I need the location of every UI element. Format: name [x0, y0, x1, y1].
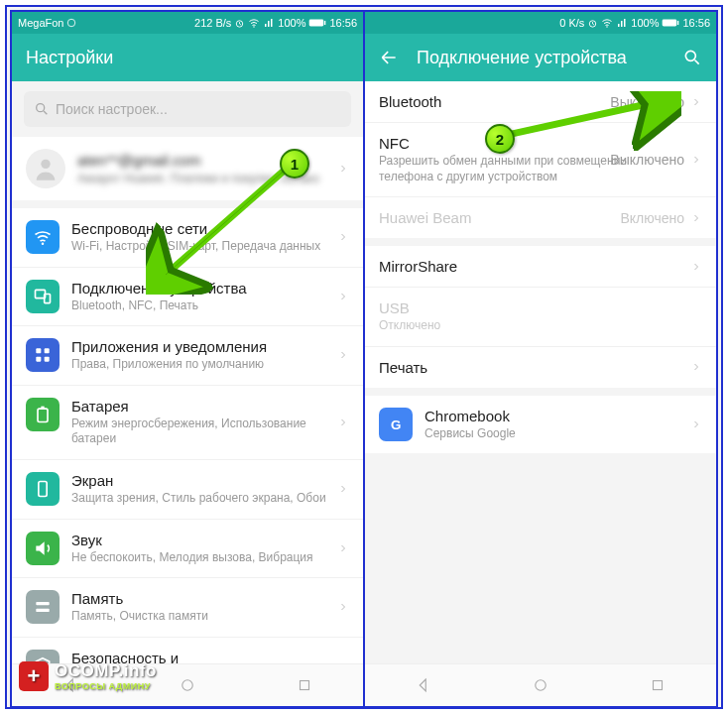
nav-recent-icon[interactable]	[649, 676, 667, 694]
settings-row-device-connect[interactable]: Подключение устройстваBluetooth, NFC, Пе…	[12, 267, 363, 326]
chevron-right-icon	[690, 261, 702, 273]
svg-point-25	[685, 51, 695, 60]
svg-rect-20	[301, 681, 309, 690]
chevron-right-icon	[337, 601, 349, 613]
app-bar: Подключение устройства	[365, 34, 716, 81]
alarm-icon	[587, 18, 598, 29]
sound-icon	[26, 532, 60, 565]
settings-row-sound[interactable]: ЗвукНе беспокоить, Мелодия вызова, Вибра…	[12, 519, 363, 578]
nav-home-icon[interactable]	[532, 676, 549, 694]
chevron-right-icon	[337, 163, 349, 175]
annotation-step-2: 2	[485, 124, 515, 154]
chevron-right-icon	[337, 291, 349, 302]
row-usb: USBОтключено	[365, 287, 716, 346]
wifi-icon	[248, 17, 260, 29]
wifi-tile-icon	[26, 220, 60, 254]
svg-text:G: G	[391, 417, 401, 432]
alarm-icon	[234, 18, 245, 29]
battery-pct: 100%	[631, 17, 659, 29]
svg-rect-4	[324, 21, 325, 25]
watermark: + OCOMP.info ВОПРОСЫ АДМИНУ	[19, 661, 157, 691]
battery-icon	[662, 18, 679, 28]
signal-icon	[616, 17, 628, 29]
battery-icon	[308, 18, 326, 28]
clock: 16:56	[329, 17, 357, 29]
settings-row-wireless[interactable]: Беспроводные сетиWi-Fi, Настройки SIM-ка…	[12, 208, 363, 267]
svg-rect-13	[45, 357, 50, 362]
settings-row-display[interactable]: ЭкранЗащита зрения, Стиль рабочего экран…	[12, 459, 363, 519]
settings-row-apps[interactable]: Приложения и уведомленияПрава, Приложени…	[12, 325, 363, 385]
chromebook-icon: G	[379, 408, 413, 441]
carrier-label: MegaFon	[18, 17, 63, 29]
watermark-subtitle: ВОПРОСЫ АДМИНУ	[55, 681, 157, 691]
row-chromebook[interactable]: G ChromebookСервисы Google	[365, 396, 716, 454]
settings-row-security[interactable]: Безопасность и конфиденциальностьДатчик …	[12, 637, 363, 664]
net-speed: 212 B/s	[194, 17, 231, 29]
carrier-ring-icon	[66, 18, 76, 28]
row-mirrorshare[interactable]: MirrorShare	[365, 246, 716, 287]
battery-pct: 100%	[278, 17, 305, 29]
row-huawei-beam: Huawei Beam Включено	[365, 196, 716, 238]
svg-rect-14	[38, 409, 48, 421]
settings-content: Поиск настроек... aten**@gmail.com Аккау…	[12, 81, 363, 664]
svg-rect-28	[654, 681, 663, 690]
watermark-title: OCOMP.info	[55, 661, 157, 681]
chevron-right-icon	[337, 542, 349, 554]
watermark-badge-icon: +	[19, 661, 49, 691]
back-icon[interactable]	[379, 48, 399, 67]
chevron-right-icon	[690, 96, 702, 108]
search-input[interactable]: Поиск настроек...	[24, 91, 351, 127]
apps-icon	[26, 338, 60, 372]
svg-rect-23	[663, 20, 677, 27]
nav-back-icon[interactable]	[415, 676, 432, 694]
phone-screenshot-right: 0 K/s 100% 16:56 Подключение устройства …	[363, 10, 718, 708]
svg-point-6	[41, 160, 50, 169]
display-icon	[26, 472, 60, 506]
chevron-right-icon	[337, 349, 349, 361]
battery-tile-icon	[26, 398, 60, 431]
chevron-right-icon	[690, 154, 702, 166]
chevron-right-icon	[690, 418, 702, 430]
status-bar: MegaFon 212 B/s 100% 16:56	[12, 12, 363, 34]
svg-point-19	[182, 680, 193, 691]
settings-row-battery[interactable]: БатареяРежим энергосбережения, Использов…	[12, 385, 363, 459]
device-connect-content: Bluetooth Выключено NFCРазрешить обмен д…	[365, 81, 716, 664]
status-bar: 0 K/s 100% 16:56	[365, 12, 716, 34]
nav-home-icon[interactable]	[179, 676, 196, 694]
avatar	[26, 149, 65, 188]
svg-rect-24	[677, 21, 678, 25]
page-title: Настройки	[26, 48, 349, 68]
account-row[interactable]: aten**@gmail.com Аккаунт Huawei. Платежи…	[12, 137, 363, 200]
search-icon	[34, 101, 50, 117]
signal-icon	[263, 17, 275, 29]
devices-icon	[26, 280, 60, 313]
svg-point-5	[37, 104, 45, 112]
row-print[interactable]: Печать	[365, 346, 716, 388]
search-icon[interactable]	[682, 48, 702, 67]
chevron-right-icon	[337, 483, 349, 495]
settings-row-storage[interactable]: ПамятьПамять, Очистка памяти	[12, 577, 363, 637]
svg-point-27	[536, 680, 546, 691]
chevron-right-icon	[337, 416, 349, 428]
clock: 16:56	[682, 17, 710, 29]
storage-icon	[26, 590, 60, 624]
svg-point-7	[42, 242, 45, 245]
annotation-step-1: 1	[280, 149, 309, 178]
svg-rect-15	[41, 406, 44, 409]
chevron-right-icon	[690, 361, 702, 373]
chevron-right-icon	[337, 231, 349, 243]
app-bar: Настройки	[12, 34, 363, 81]
svg-rect-18	[36, 609, 49, 612]
nav-recent-icon[interactable]	[296, 676, 313, 694]
svg-point-0	[68, 19, 76, 27]
svg-rect-12	[36, 357, 41, 362]
wifi-icon	[601, 17, 613, 29]
net-speed: 0 K/s	[559, 17, 584, 29]
row-bluetooth[interactable]: Bluetooth Выключено	[365, 81, 716, 122]
search-placeholder: Поиск настроек...	[56, 101, 168, 117]
navigation-bar	[365, 663, 716, 706]
page-title: Подключение устройства	[417, 48, 665, 68]
svg-rect-17	[36, 602, 49, 605]
row-nfc[interactable]: NFCРазрешить обмен данными при совмещени…	[365, 122, 716, 196]
phone-screenshot-left: MegaFon 212 B/s 100% 16:56 Настройки Пои…	[10, 10, 365, 708]
